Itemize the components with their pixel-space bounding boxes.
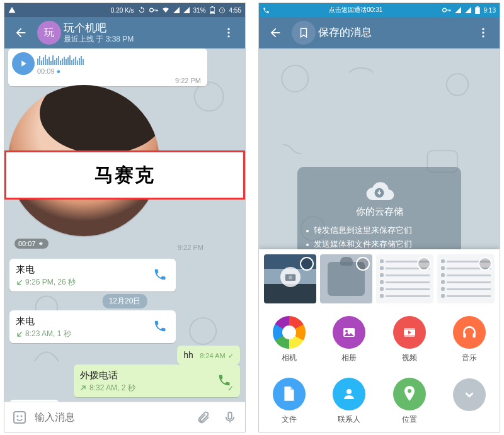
call-title: 来电: [16, 264, 169, 276]
svg-point-24: [447, 74, 468, 95]
attach-close[interactable]: [440, 370, 500, 432]
incoming-message[interactable]: h 8:32 AM: [9, 400, 59, 402]
chat-header: 玩 玩个机吧 最近上线 于 3:38 PM: [4, 17, 245, 48]
attach-label: 视频: [402, 353, 417, 363]
svg-point-31: [345, 330, 348, 332]
waveform-icon: [37, 55, 201, 65]
recent-photos-row[interactable]: [259, 249, 500, 308]
cloud-download-icon: [362, 178, 396, 203]
attach-label: 音乐: [462, 353, 477, 363]
attach-video[interactable]: 视频: [379, 308, 440, 370]
warning-icon: [8, 6, 16, 14]
incoming-arrow-icon: [16, 279, 23, 286]
call-subtitle: 8:23 AM, 1 秒: [16, 329, 169, 339]
phone-icon[interactable]: [217, 373, 231, 390]
status-bar: 0.20 K/s 31% 4:55: [4, 3, 245, 17]
message-input[interactable]: [35, 412, 188, 423]
clock-icon: [219, 7, 226, 14]
message-time: 9:22 PM: [178, 244, 203, 251]
attach-button[interactable]: [192, 406, 215, 429]
battery-icon: [475, 6, 480, 14]
header-titles[interactable]: 保存的消息: [318, 26, 467, 39]
more-button[interactable]: [215, 19, 243, 47]
battery-percent: 31%: [193, 7, 206, 14]
signal-icon: [465, 7, 471, 13]
chat-area[interactable]: 你的云存储 转发信息到这里来保存它们 发送媒体和文件来存储它们 在任意设备上访问…: [259, 48, 500, 432]
attach-location[interactable]: 位置: [379, 370, 440, 432]
call-subtitle: 8:32 AM, 2 秒 ✓: [80, 383, 234, 393]
return-to-call-label[interactable]: 点击返回通话00:31: [329, 6, 382, 14]
chat-title: 保存的消息: [318, 26, 467, 39]
svg-rect-34: [404, 335, 415, 337]
play-icon[interactable]: [12, 52, 35, 75]
call-entry[interactable]: 外拨电话 8:32 AM, 2 秒 ✓: [74, 364, 240, 397]
svg-rect-36: [473, 333, 476, 338]
svg-point-23: [282, 65, 308, 92]
svg-rect-2: [211, 6, 213, 8]
message-time: 9:22 PM: [175, 77, 201, 84]
select-circle[interactable]: [417, 257, 431, 271]
call-title: 外拨电话: [80, 370, 234, 381]
call-entry[interactable]: 来电 8:23 AM, 1 秒: [9, 310, 176, 343]
select-circle[interactable]: [478, 257, 492, 271]
bookmark-avatar-icon[interactable]: [292, 21, 316, 45]
mic-button[interactable]: [219, 406, 241, 429]
voice-message[interactable]: 00:09 ● 9:22 PM: [8, 48, 207, 86]
sync-icon: [138, 6, 146, 14]
avatar[interactable]: 玩: [37, 21, 61, 45]
svg-point-37: [346, 389, 352, 394]
photo-thumbnail[interactable]: [376, 254, 433, 303]
attach-contact[interactable]: 联系人: [319, 370, 380, 432]
outgoing-message[interactable]: hh 8:24 AM ✓: [177, 346, 240, 364]
battery-icon: [210, 6, 215, 14]
chat-subtitle: 最近上线 于 3:38 PM: [64, 35, 212, 44]
mosaic-label: 马赛克: [94, 162, 155, 188]
svg-rect-13: [14, 412, 25, 423]
attach-camera[interactable]: 相机: [259, 308, 319, 370]
person-icon: [333, 378, 365, 410]
phone-icon[interactable]: [153, 319, 167, 336]
date-separator: 12月20日: [103, 294, 147, 308]
signal-icon: [173, 7, 180, 13]
svg-rect-3: [210, 11, 214, 13]
cloud-title: 你的云存储: [306, 206, 452, 218]
chat-area[interactable]: 00:09 ● 9:22 PM 00:07 9:22 PM 来电 9:26 PM…: [4, 48, 245, 402]
status-time: 9:13: [484, 7, 496, 14]
back-button[interactable]: [7, 19, 35, 47]
attach-file[interactable]: 文件: [259, 370, 319, 432]
svg-point-14: [17, 415, 19, 417]
video-icon: [393, 316, 426, 349]
call-entry[interactable]: 来电 9:26 PM, 26 秒: [9, 259, 176, 291]
phone-right: 点击返回通话00:31 9:13 保存的消息 你的云存储: [258, 3, 500, 432]
chat-title: 玩个机吧: [64, 21, 212, 35]
file-icon: [273, 378, 306, 410]
attach-label: 位置: [402, 414, 417, 425]
svg-rect-35: [464, 333, 466, 338]
camera-shutter-icon: [273, 316, 306, 349]
svg-point-29: [289, 276, 292, 280]
list-item: 转发信息到这里来保存它们: [306, 225, 452, 236]
select-circle[interactable]: [300, 257, 314, 271]
wifi-icon: [162, 7, 169, 13]
attach-gallery[interactable]: 相册: [319, 308, 380, 370]
select-circle[interactable]: [356, 257, 370, 271]
header-titles[interactable]: 玩个机吧 最近上线 于 3:38 PM: [64, 21, 212, 44]
attach-music[interactable]: 音乐: [440, 308, 500, 370]
voice-duration: 00:09 ●: [37, 67, 201, 75]
photo-thumbnail[interactable]: [437, 254, 495, 303]
more-button[interactable]: [469, 19, 497, 47]
photo-thumbnail[interactable]: [264, 254, 316, 303]
phone-icon[interactable]: [153, 268, 167, 284]
image-icon: [333, 316, 365, 349]
svg-point-22: [482, 35, 484, 37]
headphones-icon: [453, 316, 486, 349]
svg-point-21: [482, 31, 484, 33]
phone-small-icon: [263, 7, 270, 14]
incoming-arrow-icon: [16, 330, 23, 337]
key-icon: [149, 7, 158, 13]
back-button[interactable]: [261, 19, 289, 47]
photo-thumbnail[interactable]: [320, 254, 372, 303]
emoji-button[interactable]: [8, 406, 31, 429]
mosaic-overlay: 马赛克: [4, 150, 245, 200]
input-bar: [4, 402, 245, 432]
